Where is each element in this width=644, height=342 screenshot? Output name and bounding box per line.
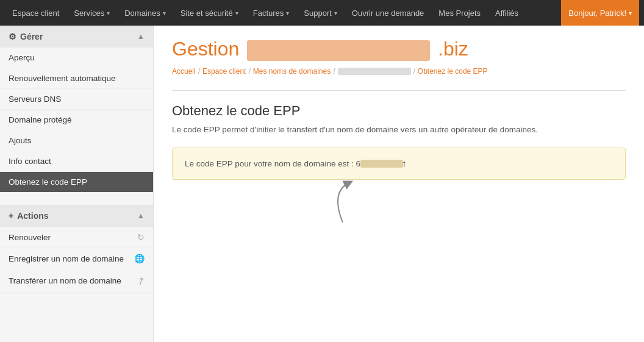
section-title: Obtenez le code EPP [172, 103, 626, 119]
chevron-up-icon: ▲ [137, 32, 145, 41]
globe-icon: 🌐 [134, 254, 145, 263]
page-layout: ⚙ Gérer ▲ Aperçu Renouvellement automati… [0, 26, 644, 342]
nav-bonjour-patrick[interactable]: Bonjour, Patrick! ▾ [561, 0, 639, 26]
breadcrumb-epp[interactable]: Obtenez le code EPP [418, 67, 488, 76]
chevron-up-icon: ▲ [137, 212, 145, 220]
top-navigation: Espace client Services ▾ Domaines ▾ Site… [0, 0, 644, 26]
domain-name-blurred [247, 40, 430, 61]
section-description: Le code EPP permet d'initier le transfer… [172, 125, 626, 134]
sidebar-item-epp-code[interactable]: Obtenez le code EPP [0, 172, 153, 193]
plus-icon: + [9, 211, 13, 221]
gear-icon: ⚙ [9, 32, 16, 41]
chevron-down-icon: ▾ [163, 10, 166, 16]
nav-espace-client[interactable]: Espace client [5, 0, 66, 26]
breadcrumb-espace-client[interactable]: Espace client [202, 67, 246, 76]
nav-ouvrir-demande[interactable]: Ouvrir une demande [345, 0, 432, 26]
sidebar-item-enregistrer-domaine[interactable]: Enregistrer un nom de domaine 🌐 [0, 248, 153, 269]
chevron-down-icon: ▾ [629, 10, 632, 16]
breadcrumb-domain-blurred [338, 68, 411, 75]
nav-mes-projets[interactable]: Mes Projets [431, 0, 488, 26]
nav-services[interactable]: Services ▾ [66, 0, 117, 26]
sidebar: ⚙ Gérer ▲ Aperçu Renouvellement automati… [0, 26, 154, 342]
chevron-down-icon: ▾ [286, 10, 289, 16]
chevron-down-icon: ▾ [334, 10, 337, 16]
sidebar-item-ajouts[interactable]: Ajouts [0, 130, 153, 151]
chevron-down-icon: ▾ [107, 10, 110, 16]
sidebar-item-apercu[interactable]: Aperçu [0, 48, 153, 68]
sidebar-item-transferer-domaine[interactable]: Transférer un nom de domaine ↗ [0, 269, 153, 293]
breadcrumb-mes-noms[interactable]: Mes noms de domaines [253, 67, 331, 76]
nav-site-securite[interactable]: Site et sécurité ▾ [173, 0, 246, 26]
breadcrumb: Accueil / Espace client / Mes noms de do… [172, 67, 626, 76]
sidebar-item-info-contact[interactable]: Info contact [0, 151, 153, 172]
sidebar-item-domaine-protege[interactable]: Domaine protégé [0, 110, 153, 130]
sidebar-item-serveurs-dns[interactable]: Serveurs DNS [0, 89, 153, 110]
epp-code-box: Le code EPP pour votre nom de domaine es… [172, 148, 626, 180]
arrow-indicator [294, 180, 416, 229]
actions-section-header: + Actions ▲ [0, 205, 153, 227]
nav-support[interactable]: Support ▾ [296, 0, 345, 26]
transfer-icon: ↗ [134, 274, 147, 288]
sidebar-item-renouvellement[interactable]: Renouvellement automatique [0, 68, 153, 89]
main-content: Gestion .biz Accueil / Espace client / M… [154, 26, 644, 342]
nav-affilies[interactable]: Affiliés [488, 0, 526, 26]
nav-factures[interactable]: Factures ▾ [246, 0, 297, 26]
refresh-icon: ↻ [137, 232, 145, 242]
page-title: Gestion .biz [172, 38, 626, 61]
manage-section-header: ⚙ Gérer ▲ [0, 26, 153, 48]
breadcrumb-accueil[interactable]: Accueil [172, 67, 196, 76]
chevron-down-icon: ▾ [235, 10, 238, 16]
sidebar-item-renouveler[interactable]: Renouveler ↻ [0, 227, 153, 248]
nav-domaines[interactable]: Domaines ▾ [117, 0, 173, 26]
epp-code-blurred [360, 160, 403, 168]
